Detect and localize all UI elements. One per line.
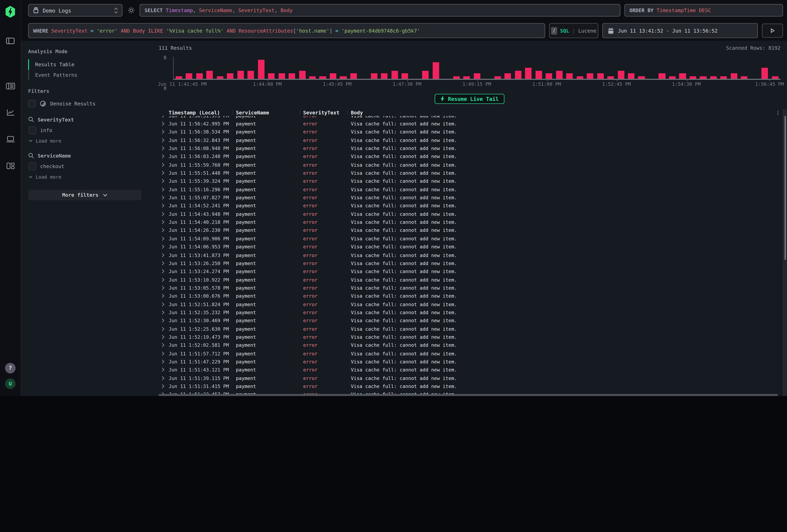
histogram-bar[interactable] (441, 57, 451, 79)
expand-row-chevron-icon[interactable] (159, 318, 169, 323)
histogram-bar[interactable] (677, 57, 688, 79)
histogram-bar[interactable] (575, 57, 585, 79)
expand-row-chevron-icon[interactable] (159, 244, 169, 249)
histogram-bar[interactable] (400, 57, 410, 79)
histogram-bar[interactable] (277, 57, 287, 79)
expand-row-chevron-icon[interactable] (159, 294, 169, 298)
histogram-bar[interactable] (205, 57, 215, 79)
table-row[interactable]: Jun 11 1:54:09.906 PM payment error Visa… (159, 235, 781, 243)
histogram-bar[interactable] (626, 57, 636, 79)
load-more-link[interactable]: Load more (29, 138, 150, 144)
expand-row-chevron-icon[interactable] (159, 187, 169, 192)
load-more-link[interactable]: Load more (29, 174, 150, 180)
expand-row-chevron-icon[interactable] (159, 116, 169, 118)
histogram-bar[interactable] (595, 57, 605, 79)
expand-row-chevron-icon[interactable] (159, 236, 169, 241)
table-row[interactable]: Jun 11 1:56:51.975 PM payment error Visa… (159, 116, 781, 120)
source-select[interactable]: Demo Logs (28, 4, 123, 17)
histogram-bar[interactable] (184, 57, 194, 79)
histogram-bar[interactable] (708, 57, 719, 79)
table-row[interactable]: Jun 11 1:51:47.229 PM payment error Visa… (159, 358, 781, 366)
expand-row-chevron-icon[interactable] (159, 220, 169, 225)
filter-checkbox[interactable] (29, 163, 36, 170)
vertical-scrollbar-thumb[interactable] (784, 116, 786, 260)
expand-row-chevron-icon[interactable] (159, 228, 169, 233)
expand-row-chevron-icon[interactable] (159, 335, 169, 339)
histogram-bar[interactable] (307, 57, 318, 79)
vertical-scrollbar[interactable] (783, 109, 787, 396)
histogram-bar[interactable] (369, 57, 379, 79)
user-avatar[interactable]: U (5, 378, 16, 389)
histogram-bar[interactable] (554, 57, 564, 79)
table-row[interactable]: Jun 11 1:51:31.415 PM payment error Visa… (159, 382, 781, 390)
expand-row-chevron-icon[interactable] (159, 204, 169, 208)
expand-row-chevron-icon[interactable] (159, 367, 169, 372)
table-row[interactable]: Jun 11 1:56:08.948 PM payment error Visa… (159, 144, 781, 152)
histogram-bar[interactable] (564, 57, 575, 79)
histogram-bar[interactable] (657, 57, 667, 79)
expand-row-chevron-icon[interactable] (159, 343, 169, 347)
table-row[interactable]: Jun 11 1:55:07.827 PM payment error Visa… (159, 193, 781, 201)
histogram-bar[interactable] (749, 57, 760, 79)
histogram-bar[interactable] (389, 57, 400, 79)
filter-option-checkout[interactable]: checkout (29, 163, 150, 170)
expand-row-chevron-icon[interactable] (159, 146, 169, 151)
denoise-checkbox[interactable] (28, 100, 36, 107)
histogram-bar[interactable] (462, 57, 472, 79)
table-row[interactable]: Jun 11 1:53:24.274 PM payment error Visa… (159, 267, 781, 275)
histogram-bar[interactable] (348, 57, 359, 79)
histogram-bar[interactable] (451, 57, 462, 79)
table-row[interactable]: Jun 11 1:55:16.296 PM payment error Visa… (159, 185, 781, 193)
histogram-bar[interactable] (585, 57, 595, 79)
expand-row-chevron-icon[interactable] (159, 326, 169, 331)
orderby-input[interactable]: ORDER BY TimestampTime DESC (624, 4, 783, 17)
table-row[interactable]: Jun 11 1:54:06.953 PM payment error Visa… (159, 243, 781, 251)
run-query-button[interactable] (762, 24, 783, 38)
histogram-bar[interactable] (328, 57, 338, 79)
expand-row-chevron-icon[interactable] (159, 154, 169, 159)
histogram-bar[interactable] (174, 57, 184, 79)
expand-row-chevron-icon[interactable] (159, 179, 169, 184)
expand-row-chevron-icon[interactable] (159, 253, 169, 257)
histogram-bar[interactable] (729, 57, 739, 79)
histogram-bar[interactable] (646, 57, 657, 79)
table-options-icon[interactable]: ⋮ (772, 110, 781, 115)
histogram-bar[interactable] (534, 57, 544, 79)
expand-row-chevron-icon[interactable] (159, 122, 169, 126)
expand-row-chevron-icon[interactable] (159, 130, 169, 134)
filter-option-info[interactable]: info (29, 127, 150, 134)
histogram-bar[interactable] (523, 57, 533, 79)
histogram-bar[interactable] (266, 57, 276, 79)
table-row[interactable]: Jun 11 1:53:26.250 PM payment error Visa… (159, 259, 781, 267)
sql-toggle[interactable]: SQL (560, 28, 569, 34)
table-row[interactable]: Jun 11 1:55:51.448 PM payment error Visa… (159, 169, 781, 177)
col-servicename[interactable]: ⋮ServiceName (236, 110, 303, 115)
table-row[interactable]: Jun 11 1:51:39.115 PM payment error Visa… (159, 374, 781, 382)
histogram-bar[interactable] (420, 57, 431, 79)
histogram-bar[interactable] (698, 57, 708, 79)
expand-row-chevron-icon[interactable] (159, 195, 169, 200)
expand-row-chevron-icon[interactable] (159, 302, 169, 306)
table-row[interactable]: Jun 11 1:55:59.760 PM payment error Visa… (159, 161, 781, 169)
table-row[interactable]: Jun 11 1:56:42.995 PM payment error Visa… (159, 120, 781, 128)
table-row[interactable]: Jun 11 1:52:35.232 PM payment error Visa… (159, 308, 781, 317)
table-row[interactable]: Jun 11 1:52:19.473 PM payment error Visa… (159, 333, 781, 341)
histogram-bar[interactable] (256, 57, 266, 79)
histogram-bar[interactable] (472, 57, 482, 79)
histogram-bar[interactable] (246, 57, 256, 79)
col-severitytext[interactable]: ⋮SeverityText (303, 110, 351, 115)
histogram-bar[interactable] (636, 57, 646, 79)
table-row[interactable]: Jun 11 1:56:03.248 PM payment error Visa… (159, 152, 781, 161)
results-histogram[interactable]: 8 0 Jun 11 1:41:45 PM1:44:00 PM1:45:45 P… (159, 57, 781, 88)
table-row[interactable]: Jun 11 1:52:25.630 PM payment error Visa… (159, 325, 781, 333)
histogram-bar[interactable] (667, 57, 677, 79)
histogram-plot[interactable] (173, 57, 780, 80)
expand-row-chevron-icon[interactable] (159, 261, 169, 265)
horizontal-scrollbar-thumb[interactable] (159, 394, 778, 396)
column-resize-handle[interactable]: ⋮ (345, 110, 350, 115)
column-resize-handle[interactable]: ⋮ (298, 110, 302, 115)
col-body[interactable]: ⋮Body (351, 110, 772, 115)
sidebar-toggle-icon[interactable] (0, 34, 21, 47)
denoise-results-row[interactable]: Denoise Results (28, 100, 150, 107)
search-logs-icon[interactable] (0, 79, 21, 92)
